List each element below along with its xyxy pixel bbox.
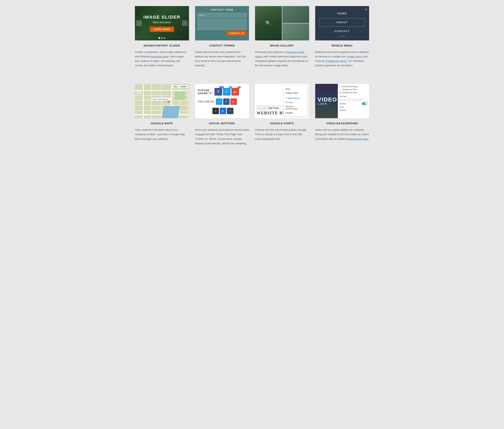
card-image-gallery: 🔍 IMAGE GALLERY Showcase your pictures i… (255, 6, 309, 68)
social-share-label: PLEASESHARE IT! (198, 89, 213, 95)
social-follow-row: FOLLOW US 𝕣 f g+ (198, 98, 246, 105)
video-overlay-label: Overlay (339, 103, 346, 105)
background-video-link[interactable]: background video (348, 137, 368, 140)
video-opacity-label: Opacity (339, 109, 346, 111)
fonts-tool-link[interactable]: 🔗 (262, 106, 267, 110)
font-bitter[interactable]: Bitter (284, 87, 307, 91)
card-title-maps: GOOGLE MAPS (135, 122, 189, 125)
tumblr-icon: t (230, 110, 230, 112)
map-park (175, 92, 185, 100)
row-2-grid: 📍 Empire State Building ✕ Map Satellite … (135, 84, 369, 145)
font-indie-flower[interactable]: Indie Flower (284, 96, 307, 100)
video-label-bg-video: Background Video (342, 91, 357, 94)
share-twitter-button[interactable]: 𝕣 19 (223, 88, 231, 96)
video-youtube-input[interactable] (339, 98, 367, 101)
bootstrap-slider-link[interactable]: bootstrap slider (151, 55, 169, 58)
map-tooltip-close-icon[interactable]: ✕ (169, 98, 171, 100)
follow-facebook-button[interactable]: f (223, 98, 230, 105)
video-text-main: VIDEO (318, 97, 337, 102)
follow-twitter-button[interactable]: 𝕣 (216, 98, 222, 105)
map-tooltip: Empire State Building ✕ (151, 98, 172, 101)
mobile-menu-item-home[interactable]: HOME (315, 9, 369, 17)
follow-tumblr-button[interactable]: t (227, 108, 234, 114)
card-mobile-menu: ✕ HOME ABOUT CONTACT MOBILE MENU Mobiris… (315, 6, 369, 68)
card-title-gallery: IMAGE GALLERY (255, 44, 309, 47)
map-tooltip-text: Empire State Building (152, 98, 168, 100)
map-water-area (162, 106, 180, 118)
font-yanone[interactable]: Yanone Kaffeesatz (284, 104, 307, 111)
video-radio-bg-color[interactable] (339, 89, 341, 90)
card-title-contact: CONTACT FORMS (195, 44, 249, 47)
social-share-buttons: f 102 𝕣 19 g+ 47 (214, 88, 239, 96)
video-radio-bg-image[interactable] (339, 85, 341, 88)
facebook-icon: f (218, 90, 219, 94)
maps-preview[interactable]: 📍 Empire State Building ✕ Map Satellite … (135, 84, 189, 118)
fonts-dropdown[interactable]: Bitter Titillium Web Indie Flower PT Ser… (283, 85, 308, 116)
card-desc-mobile-menu: Mobirise horizontal navigation menu coll… (315, 50, 369, 68)
mobile-menu-item-contact[interactable]: CONTACT (315, 27, 369, 35)
twitter-icon: 𝕣 (226, 90, 227, 93)
social-follow-buttons: 𝕣 f g+ (216, 98, 237, 105)
gallery-cell-2[interactable] (282, 6, 309, 23)
video-settings-panel: Background Image Background Color Backgr… (338, 84, 369, 118)
card-desc-gallery: Showcase your pictures in masonry image … (255, 50, 309, 68)
facebook-follow-icon: f (226, 100, 227, 103)
social-preview: PLEASESHARE IT! f 102 𝕣 19 g+ 47 (195, 84, 249, 118)
contact-submit-button[interactable]: CONTACT US (226, 31, 247, 36)
follow-googleplus-button[interactable]: g+ (230, 98, 237, 105)
video-radio-bg-video[interactable] (339, 91, 341, 94)
social-share-row: PLEASESHARE IT! f 102 𝕣 19 g+ 47 (198, 88, 246, 96)
map-controls: Map Satellite (173, 85, 188, 88)
card-social-buttons: PLEASESHARE IT! f 102 𝕣 19 g+ 47 (195, 84, 249, 145)
twitter-follow-icon: 𝕣 (218, 100, 220, 103)
map-road-v-5 (179, 84, 180, 118)
gallery-desc-2: with mobile-optimized responsive grid. I… (255, 55, 308, 67)
contact-name-input[interactable]: Name* (198, 13, 247, 18)
slider-dot-3[interactable] (164, 37, 165, 39)
slider-title: IMAGE SLIDER (143, 15, 180, 20)
slider-cta-button[interactable]: LEARN MORE (150, 27, 174, 32)
card-google-maps: 📍 Empire State Building ✕ Map Satellite … (135, 84, 189, 145)
video-overlay-toggle[interactable] (362, 102, 367, 105)
font-titillium[interactable]: Titillium Web (284, 91, 307, 95)
font-oxygen[interactable]: Oxygen (284, 111, 307, 115)
share-googleplus-button[interactable]: g+ 47 (231, 88, 239, 96)
slider-next-button[interactable]: › (182, 21, 187, 26)
font-pt-serif[interactable]: PT Serif (284, 100, 307, 104)
video-panel-divider-1 (339, 95, 367, 95)
slider-prev-button[interactable]: ‹ (137, 21, 142, 26)
follow-github-button[interactable]: ☀ (212, 108, 219, 114)
card-desc-slider: Create a responsive, touch-swipe slidesh… (135, 50, 189, 68)
video-label-bg-color: Background Color (342, 89, 357, 90)
gallery-cell-1[interactable]: 🔍 (255, 6, 282, 40)
mobile-menu-item-about[interactable]: ABOUT (319, 18, 365, 27)
fonts-tool-align[interactable]: ≡ (257, 106, 261, 110)
contact-message-input[interactable] (198, 19, 247, 30)
card-google-fonts: Bitter Titillium Web Indie Flower PT Ser… (255, 84, 309, 145)
gallery-cell-3[interactable] (282, 23, 309, 40)
card-contact-forms: CONTACT FORM Name* CONTACT US CONTACT FO… (195, 6, 249, 68)
card-title-social: SOCIAL BUTTONS (195, 122, 249, 125)
card-title-slider: IMAGE/CONTENT SLIDER (135, 44, 189, 47)
follow-behance-button[interactable]: Bʃ (220, 108, 226, 114)
video-desc-2: . (368, 137, 369, 140)
slider-dot-1[interactable] (158, 37, 160, 39)
behance-icon: Bʃ (222, 110, 224, 112)
share-facebook-button[interactable]: f 102 (214, 88, 222, 96)
video-preview: VIDEO LDER Background Image Background C… (315, 84, 369, 118)
slider-dot-2[interactable] (161, 37, 163, 39)
mobile-menu-link[interactable]: mobile menu (347, 55, 362, 58)
map-road-v-2 (151, 84, 152, 118)
fonts-divider-1 (284, 95, 307, 96)
video-color-row: Color (339, 106, 367, 108)
map-btn-map[interactable]: Map (173, 85, 179, 88)
map-road-v-3 (161, 84, 162, 118)
video-option-bg-image: Background Image (339, 85, 367, 88)
gallery-search-icon: 🔍 (265, 20, 271, 26)
hamburger-menu-link[interactable]: "hamburger menu" (325, 59, 347, 63)
video-youtube-label: YouTube (339, 95, 367, 97)
map-btn-satellite[interactable]: Satellite (179, 85, 188, 88)
mobile-menu-close-icon[interactable]: ✕ (365, 8, 367, 11)
googleplus-badge: 47 (237, 86, 241, 89)
card-image-slider: ‹ IMAGE SLIDER Slider description LEARN … (135, 6, 189, 68)
